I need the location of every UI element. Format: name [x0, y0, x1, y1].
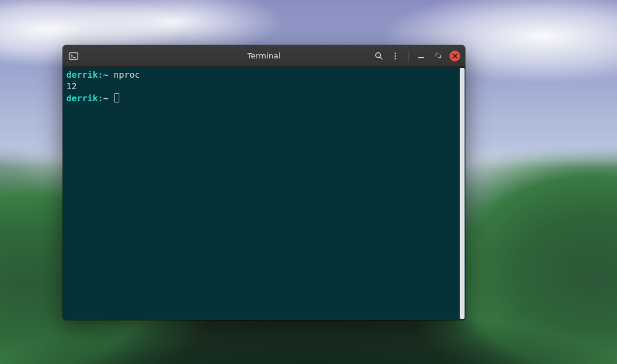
titlebar-actions — [373, 51, 460, 61]
scrollbar-thumb[interactable] — [460, 68, 465, 319]
command-text: nproc — [114, 70, 140, 80]
output-line: 12 — [66, 81, 77, 91]
desktop-wallpaper: Terminal — [0, 0, 617, 364]
svg-line-3 — [380, 57, 381, 59]
prompt-path: ~ — [103, 70, 108, 80]
svg-point-5 — [395, 55, 396, 56]
prompt-path: ~ — [103, 93, 108, 103]
svg-point-4 — [395, 52, 396, 54]
terminal-window: Terminal — [63, 45, 465, 320]
search-icon[interactable] — [373, 51, 384, 61]
terminal-body[interactable]: derrik:~ nproc 12 derrik:~ — [63, 67, 459, 320]
svg-rect-0 — [69, 52, 78, 59]
prompt-user: derrik: — [66, 70, 103, 80]
minimize-button[interactable] — [416, 51, 427, 61]
terminal-icon — [67, 50, 80, 62]
scrollbar[interactable] — [459, 67, 465, 320]
terminal-body-wrap: derrik:~ nproc 12 derrik:~ — [63, 67, 465, 320]
cursor — [114, 93, 119, 102]
close-button[interactable] — [449, 51, 460, 61]
prompt-user: derrik: — [66, 93, 103, 103]
titlebar-separator — [408, 51, 409, 61]
svg-point-6 — [395, 58, 396, 59]
titlebar[interactable]: Terminal — [63, 45, 465, 67]
kebab-menu-icon[interactable] — [390, 51, 401, 61]
maximize-button[interactable] — [433, 51, 443, 61]
